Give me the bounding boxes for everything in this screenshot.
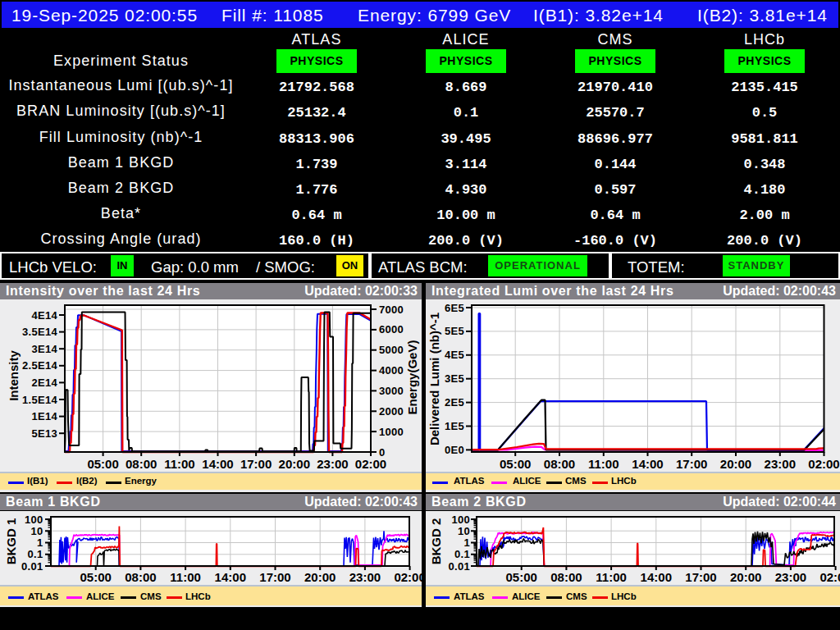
svg-text:17:00: 17:00 xyxy=(676,457,707,471)
svg-text:11:00: 11:00 xyxy=(588,457,619,471)
svg-text:17:00: 17:00 xyxy=(259,570,290,584)
svg-text:6000: 6000 xyxy=(379,323,404,336)
svg-text:23:00: 23:00 xyxy=(349,570,381,584)
svg-text:08:00: 08:00 xyxy=(125,570,156,584)
svg-text:3.5E14: 3.5E14 xyxy=(22,326,57,338)
svg-text:5E5: 5E5 xyxy=(445,325,464,337)
svg-text:2.5E14: 2.5E14 xyxy=(22,359,57,372)
svg-text:11:00: 11:00 xyxy=(170,570,201,584)
svg-text:05:00: 05:00 xyxy=(500,457,531,471)
svg-text:02:00: 02:00 xyxy=(819,570,840,584)
svg-text:14:00: 14:00 xyxy=(641,570,672,584)
svg-text:7000: 7000 xyxy=(379,304,404,316)
svg-text:1: 1 xyxy=(37,536,43,549)
svg-text:Energy(GeV): Energy(GeV) xyxy=(405,340,419,415)
svg-text:10: 10 xyxy=(30,525,43,537)
svg-text:08:00: 08:00 xyxy=(544,457,575,471)
svg-text:08:00: 08:00 xyxy=(550,570,582,584)
svg-text:Intensity: Intensity xyxy=(7,350,21,401)
svg-text:14:00: 14:00 xyxy=(632,457,663,471)
svg-text:1: 1 xyxy=(463,536,470,549)
svg-text:20:00: 20:00 xyxy=(279,457,310,471)
svg-text:Delivered Lumi (nb)^-1: Delivered Lumi (nb)^-1 xyxy=(427,313,441,445)
svg-text:0.01: 0.01 xyxy=(448,560,470,573)
svg-text:3E5: 3E5 xyxy=(445,372,464,385)
svg-text:2000: 2000 xyxy=(379,405,404,418)
svg-text:0.1: 0.1 xyxy=(28,548,43,560)
svg-text:3000: 3000 xyxy=(379,385,404,397)
svg-text:100: 100 xyxy=(25,514,43,526)
svg-text:1000: 1000 xyxy=(379,426,404,438)
svg-text:1E5: 1E5 xyxy=(445,420,464,432)
svg-text:BKGD 1: BKGD 1 xyxy=(4,518,18,565)
svg-text:05:00: 05:00 xyxy=(87,457,118,471)
svg-text:14:00: 14:00 xyxy=(202,457,233,471)
svg-text:2E5: 2E5 xyxy=(445,396,464,409)
svg-text:4E5: 4E5 xyxy=(445,349,464,361)
svg-text:11:00: 11:00 xyxy=(164,457,195,471)
svg-text:1.5E14: 1.5E14 xyxy=(22,394,57,406)
svg-text:23:00: 23:00 xyxy=(765,457,796,471)
svg-text:23:00: 23:00 xyxy=(775,570,806,584)
svg-text:20:00: 20:00 xyxy=(720,457,751,471)
svg-text:17:00: 17:00 xyxy=(240,457,272,471)
svg-text:05:00: 05:00 xyxy=(80,570,112,584)
svg-text:20:00: 20:00 xyxy=(304,570,336,584)
svg-text:2E14: 2E14 xyxy=(31,377,57,389)
svg-text:6E5: 6E5 xyxy=(445,302,464,314)
svg-text:08:00: 08:00 xyxy=(126,457,157,471)
svg-text:0.01: 0.01 xyxy=(21,560,43,573)
svg-text:23:00: 23:00 xyxy=(317,457,348,471)
svg-text:10: 10 xyxy=(458,525,470,537)
svg-text:3E14: 3E14 xyxy=(31,343,57,355)
svg-text:BKGD 2: BKGD 2 xyxy=(429,518,443,565)
svg-text:0.1: 0.1 xyxy=(454,548,470,560)
svg-text:17:00: 17:00 xyxy=(685,570,716,584)
svg-text:11:00: 11:00 xyxy=(596,570,627,584)
svg-text:4000: 4000 xyxy=(379,364,404,377)
svg-text:14:00: 14:00 xyxy=(215,570,246,584)
svg-text:100: 100 xyxy=(451,514,470,526)
svg-text:05:00: 05:00 xyxy=(506,570,537,584)
svg-text:5000: 5000 xyxy=(379,344,404,356)
svg-text:02:00: 02:00 xyxy=(355,457,386,471)
svg-text:4E14: 4E14 xyxy=(31,309,57,322)
svg-text:0E0: 0E0 xyxy=(445,444,464,456)
svg-text:02:00: 02:00 xyxy=(808,457,839,471)
svg-text:02:00: 02:00 xyxy=(394,570,422,584)
svg-text:5E13: 5E13 xyxy=(31,427,57,440)
svg-text:1E14: 1E14 xyxy=(31,410,57,422)
svg-text:20:00: 20:00 xyxy=(730,570,761,584)
